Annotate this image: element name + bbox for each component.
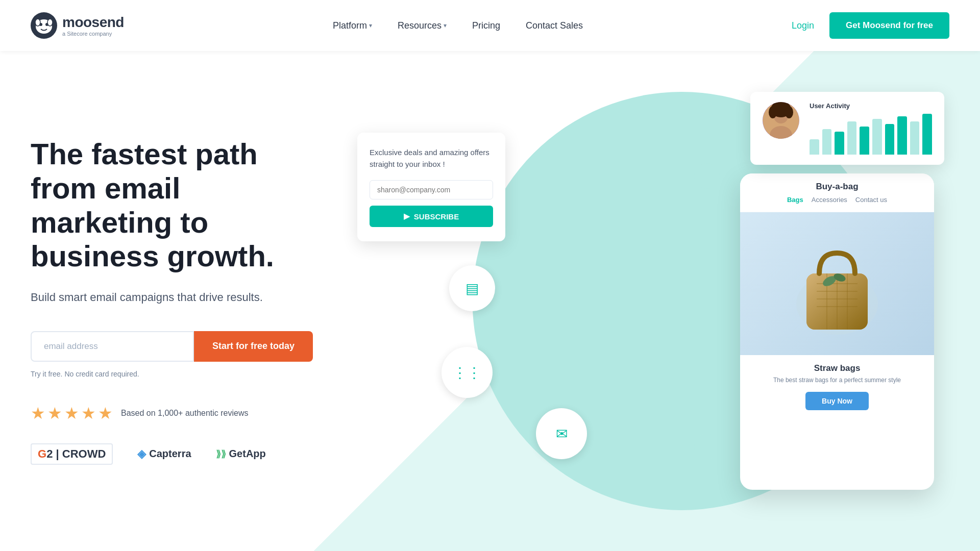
activity-title: User Activity: [810, 102, 932, 110]
avatar-image: [763, 102, 799, 139]
chart-bar-7: [897, 116, 907, 155]
svg-point-11: [785, 106, 793, 118]
hierarchy-icon: ⋮⋮: [453, 364, 481, 381]
chart-bar-3: [847, 121, 857, 155]
buy-now-button[interactable]: Buy Now: [805, 392, 869, 410]
star-1: ★: [31, 404, 45, 423]
teal-dot-1: [694, 163, 720, 189]
disclaimer-text: Try it free. No credit card required.: [31, 370, 316, 378]
subscribe-email-input[interactable]: [370, 180, 493, 199]
chart-bar-4: [860, 127, 869, 155]
navigation: moosend a Sitecore company Platform ▾ Re…: [0, 0, 980, 51]
nav-resources[interactable]: Resources ▾: [398, 20, 447, 31]
hero-subheading: Build smart email campaigns that drive r…: [31, 289, 316, 306]
capterra-logo: ◈ Capterra: [137, 447, 191, 461]
phone-nav-accessories[interactable]: Accessories: [812, 196, 847, 204]
phone-header: Buy-a-bag Bags Accessories Contact us: [740, 173, 934, 212]
phone-mockup: Buy-a-bag Bags Accessories Contact us: [740, 173, 934, 490]
hero-right: Exclusive deals and amazing offers strai…: [347, 71, 949, 531]
hero-left: The fastest path from email marketing to…: [31, 137, 347, 465]
platform-arrow-icon: ▾: [369, 22, 372, 29]
automation-node-2: ⋮⋮: [442, 347, 493, 398]
start-free-button[interactable]: Start for free today: [194, 331, 313, 362]
activity-chart: User Activity: [810, 102, 932, 155]
logo-name: moosend: [62, 14, 124, 31]
automation-node-3: ✉: [536, 408, 587, 459]
subscribe-arrow-icon: ▶: [404, 212, 410, 221]
phone-nav: Bags Accessories Contact us: [750, 192, 924, 208]
activity-card: User Activity: [750, 92, 944, 165]
svg-point-5: [47, 19, 53, 26]
star-2: ★: [47, 404, 62, 423]
star-5: ★: [98, 404, 113, 423]
chart-bars: [810, 114, 932, 155]
product-image: [740, 212, 934, 355]
subscribe-button[interactable]: ▶ SUBSCRIBE: [370, 206, 493, 227]
partner-logos: G2 | CROWD ◈ Capterra ⟫⟫ GetApp: [31, 443, 316, 465]
nav-right: Login Get Moosend for free: [792, 12, 949, 39]
svg-point-10: [769, 106, 777, 118]
subscribe-card: Exclusive deals and amazing offers strai…: [357, 133, 505, 241]
product-info: Straw bags The best straw bags for a per…: [740, 355, 934, 418]
user-avatar: [763, 102, 799, 139]
getapp-logo: ⟫⟫ GetApp: [216, 448, 266, 460]
chart-bar-8: [910, 121, 920, 155]
chart-bar-5: [872, 119, 882, 155]
product-area: Straw bags The best straw bags for a per…: [740, 212, 934, 418]
chart-bar-0: [810, 139, 819, 155]
getapp-icon: ⟫⟫: [216, 448, 226, 460]
star-rating: ★ ★ ★ ★ ★: [31, 404, 113, 423]
nav-links: Platform ▾ Resources ▾ Pricing Contact S…: [333, 20, 583, 31]
automation-node-1: ▤: [449, 265, 495, 311]
hero-reviews: ★ ★ ★ ★ ★ Based on 1,000+ authentic revi…: [31, 404, 316, 423]
star-4: ★: [81, 404, 96, 423]
email-input[interactable]: [31, 331, 194, 362]
g2-logo: G2 | CROWD: [31, 443, 113, 465]
nav-contact-sales[interactable]: Contact Sales: [526, 20, 583, 31]
svg-point-4: [35, 19, 40, 26]
chart-bar-1: [822, 129, 832, 155]
logo-icon: [31, 12, 57, 39]
store-name: Buy-a-bag: [750, 182, 924, 192]
subscribe-text: Exclusive deals and amazing offers strai…: [370, 147, 493, 170]
nav-pricing[interactable]: Pricing: [472, 20, 500, 31]
review-text: Based on 1,000+ authentic reviews: [121, 409, 249, 418]
layout-icon: ▤: [465, 280, 479, 297]
teal-dot-2: [694, 434, 720, 459]
chart-bar-2: [835, 132, 844, 155]
bag-illustration: [791, 233, 883, 335]
nav-platform[interactable]: Platform ▾: [333, 20, 372, 31]
hero-headline: The fastest path from email marketing to…: [31, 137, 316, 273]
star-3: ★: [64, 404, 79, 423]
product-description: The best straw bags for a perfect summer…: [750, 377, 924, 384]
product-name: Straw bags: [750, 363, 924, 373]
hero-form: Start for free today: [31, 331, 316, 362]
logo[interactable]: moosend a Sitecore company: [31, 12, 124, 39]
email-icon: ✉: [556, 425, 568, 442]
get-moosend-button[interactable]: Get Moosend for free: [829, 12, 949, 39]
chart-bar-6: [885, 124, 895, 155]
resources-arrow-icon: ▾: [444, 22, 447, 29]
capterra-icon: ◈: [137, 447, 146, 461]
phone-nav-contact[interactable]: Contact us: [855, 196, 887, 204]
chart-bar-9: [922, 114, 932, 155]
login-button[interactable]: Login: [792, 20, 814, 31]
logo-sub: a Sitecore company: [62, 31, 124, 37]
hero-section: The fastest path from email marketing to…: [0, 51, 980, 551]
phone-nav-bags[interactable]: Bags: [787, 196, 803, 204]
